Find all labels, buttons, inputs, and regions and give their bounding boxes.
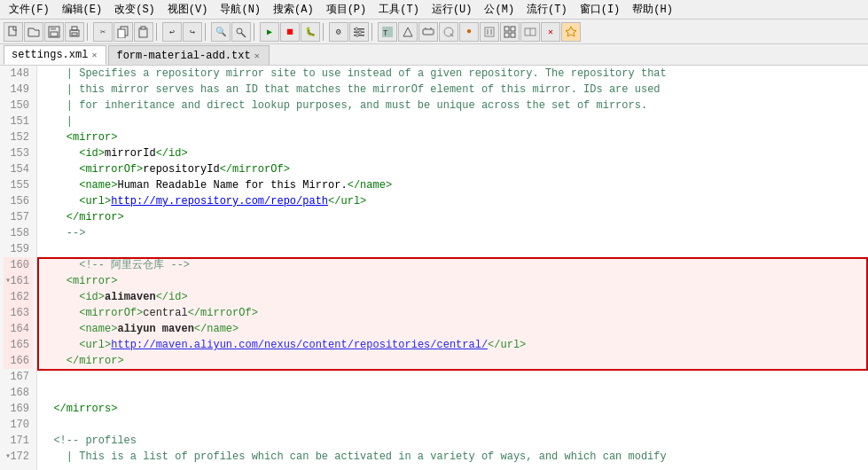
menu-popular[interactable]: 流行(T) xyxy=(521,1,573,18)
copy-button[interactable] xyxy=(113,22,133,42)
gutter-171: 171 xyxy=(4,433,33,449)
print-button[interactable] xyxy=(65,22,84,42)
svg-rect-22 xyxy=(423,29,434,35)
toolbar-sep-6 xyxy=(371,23,375,41)
svg-rect-29 xyxy=(490,29,492,35)
gutter-164: 164 xyxy=(4,321,33,337)
toolbar: ✂ ↩ ↪ 🔍 ▶ ⏹ 🐛 ⚙ T ● ✕ xyxy=(0,20,868,44)
paste-button[interactable] xyxy=(134,22,153,42)
line-numbers-gutter: 148 149 150 151 152 153 154 155 156 157 … xyxy=(0,66,37,470)
menu-edit[interactable]: 编辑(E) xyxy=(57,1,108,18)
menu-window[interactable]: 窗口(I) xyxy=(575,1,626,18)
code-line-152: <mirror> xyxy=(41,129,864,145)
menu-navigate[interactable]: 导航(N) xyxy=(215,1,266,18)
fold-icon-161[interactable]: ▾ xyxy=(5,273,11,289)
tabs-bar: settings.xml ✕ form-material-add.txt ✕ xyxy=(0,44,868,66)
svg-rect-0 xyxy=(9,27,16,35)
gutter-150: 150 xyxy=(4,98,33,114)
svg-rect-2 xyxy=(51,27,56,30)
gutter-148: 148 xyxy=(4,66,33,82)
toolbar-btn-extra7[interactable] xyxy=(500,22,520,42)
gutter-165: 165 xyxy=(4,337,33,353)
toolbar-btn-extra2[interactable] xyxy=(398,22,418,42)
tab-settings-xml[interactable]: settings.xml ✕ xyxy=(4,45,106,65)
code-line-148: | Specifies a repository mirror site to … xyxy=(41,66,864,82)
menu-file[interactable]: 文件(F) xyxy=(4,1,55,18)
code-line-166: </mirror> xyxy=(41,353,864,369)
menu-tools[interactable]: 工具(T) xyxy=(373,1,425,18)
open-file-button[interactable] xyxy=(24,22,43,42)
code-line-160: <!-- 阿里云仓库 --> xyxy=(41,257,864,273)
tab-form-material[interactable]: form-material-add.txt ✕ xyxy=(108,45,269,65)
code-content[interactable]: | Specifies a repository mirror site to … xyxy=(37,66,868,470)
menu-view[interactable]: 视图(V) xyxy=(162,1,214,18)
code-line-169: </mirrors> xyxy=(41,401,864,417)
stop-button[interactable]: ⏹ xyxy=(280,22,300,42)
toolbar-btn-extra6[interactable] xyxy=(480,22,499,42)
menu-project[interactable]: 项目(P) xyxy=(321,1,372,18)
code-line-168 xyxy=(41,385,864,401)
code-line-171: <!-- profiles xyxy=(41,433,864,449)
search-button[interactable]: 🔍 xyxy=(211,22,231,42)
menu-public[interactable]: 公(M) xyxy=(479,1,520,18)
code-line-164: <name>aliyun maven</name> xyxy=(41,321,864,337)
gutter-154: 154 xyxy=(4,161,33,177)
gutter-158: 158 xyxy=(4,225,33,241)
menu-run[interactable]: 运行(U) xyxy=(426,1,478,18)
svg-rect-28 xyxy=(487,29,489,35)
toolbar-btn-extra3[interactable] xyxy=(418,22,438,42)
toolbar-sep-3 xyxy=(205,23,208,41)
svg-text:T: T xyxy=(383,29,388,38)
gutter-172: ▾ 172 xyxy=(4,449,33,465)
svg-rect-8 xyxy=(118,29,125,38)
fold-icon-172[interactable]: ▾ xyxy=(5,449,11,465)
cut-button[interactable]: ✂ xyxy=(93,22,113,42)
new-file-button[interactable] xyxy=(4,22,23,42)
toolbar-sep-2 xyxy=(156,23,160,41)
save-button[interactable] xyxy=(44,22,64,42)
gutter-162: 162 xyxy=(4,289,33,305)
toolbar-sep-5 xyxy=(323,23,326,41)
gutter-156: 156 xyxy=(4,193,33,209)
svg-rect-27 xyxy=(485,27,494,36)
svg-point-16 xyxy=(356,27,358,30)
run-button[interactable]: ▶ xyxy=(260,22,279,42)
toolbar-btn-extra1[interactable]: T xyxy=(378,22,397,42)
redo-button[interactable]: ↪ xyxy=(183,22,202,42)
code-line-162: <id>alimaven</id> xyxy=(41,289,864,305)
toolbar-btn-extra9[interactable]: ✕ xyxy=(541,22,560,42)
svg-rect-6 xyxy=(72,33,77,35)
tab-form-material-close[interactable]: ✕ xyxy=(254,51,260,61)
gutter-168: 168 xyxy=(4,385,33,401)
gutter-151: 151 xyxy=(4,114,33,129)
tab-settings-xml-label: settings.xml xyxy=(12,49,88,61)
preferences-button[interactable] xyxy=(349,22,369,42)
code-line-165: <url>http://maven.aliyun.com/nexus/conte… xyxy=(41,337,864,353)
menu-search[interactable]: 搜索(A) xyxy=(268,1,319,18)
code-line-155: <name>Human Readable Name for this Mirro… xyxy=(41,177,864,193)
gutter-163: 163 xyxy=(4,305,33,321)
svg-rect-32 xyxy=(504,33,509,37)
url-aliyun[interactable]: http://maven.aliyun.com/nexus/content/re… xyxy=(111,337,488,353)
editor: 148 149 150 151 152 153 154 155 156 157 … xyxy=(0,66,868,470)
tab-settings-xml-close[interactable]: ✕ xyxy=(91,50,97,60)
replace-button[interactable] xyxy=(231,22,251,42)
undo-button[interactable]: ↩ xyxy=(162,22,182,42)
toolbar-btn-extra4[interactable] xyxy=(439,22,458,42)
menu-help[interactable]: 帮助(H) xyxy=(627,1,678,18)
settings-button[interactable]: ⚙ xyxy=(329,22,348,42)
code-line-153: <id>mirrorId</id> xyxy=(41,145,864,161)
menu-change[interactable]: 改变(S) xyxy=(109,1,160,18)
svg-rect-5 xyxy=(72,27,77,30)
svg-rect-31 xyxy=(511,27,515,31)
gutter-169: 169 xyxy=(4,401,33,417)
toolbar-btn-extra8[interactable] xyxy=(520,22,540,42)
toolbar-btn-extra5[interactable]: ● xyxy=(459,22,479,42)
url-my-repository[interactable]: http://my.repository.com/repo/path xyxy=(111,193,328,209)
code-line-172: | This is a list of profiles which can b… xyxy=(41,449,864,465)
debug-button[interactable]: 🐛 xyxy=(301,22,320,42)
gutter-155: 155 xyxy=(4,177,33,193)
code-line-150: | for inheritance and direct lookup purp… xyxy=(41,98,864,114)
svg-rect-33 xyxy=(511,33,515,37)
toolbar-btn-extra10[interactable] xyxy=(561,22,581,42)
